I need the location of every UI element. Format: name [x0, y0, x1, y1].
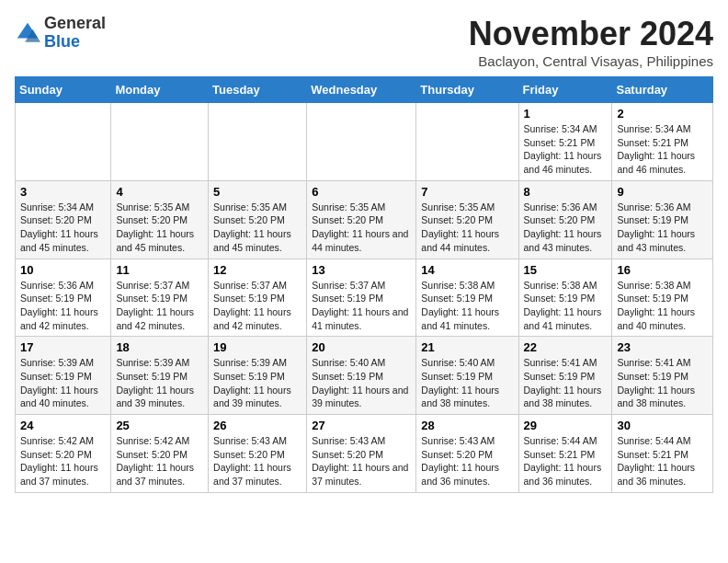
day-info: Sunrise: 5:39 AM Sunset: 5:19 PM Dayligh… [213, 356, 301, 410]
day-info: Sunrise: 5:34 AM Sunset: 5:21 PM Dayligh… [524, 122, 608, 177]
day-info: Sunrise: 5:35 AM Sunset: 5:20 PM Dayligh… [213, 201, 301, 255]
weekday-header-tuesday: Tuesday [209, 77, 307, 103]
page-header: General Blue November 2024 Baclayon, Cen… [15, 15, 713, 69]
day-info: Sunrise: 5:39 AM Sunset: 5:19 PM Dayligh… [20, 356, 106, 410]
calendar-cell: 14Sunrise: 5:38 AM Sunset: 5:19 PM Dayli… [416, 259, 518, 337]
calendar-cell: 23Sunrise: 5:41 AM Sunset: 5:19 PM Dayli… [612, 337, 713, 415]
day-info: Sunrise: 5:42 AM Sunset: 5:20 PM Dayligh… [116, 434, 203, 488]
day-number: 8 [524, 185, 608, 199]
calendar-cell: 26Sunrise: 5:43 AM Sunset: 5:20 PM Dayli… [209, 415, 307, 493]
day-number: 20 [312, 340, 411, 354]
calendar-week-row: 10Sunrise: 5:36 AM Sunset: 5:19 PM Dayli… [16, 259, 713, 337]
calendar-cell [209, 103, 307, 181]
calendar-cell [16, 103, 111, 181]
calendar-table: SundayMondayTuesdayWednesdayThursdayFrid… [15, 76, 713, 493]
day-number: 17 [20, 340, 106, 354]
day-number: 16 [617, 263, 708, 277]
day-number: 1 [524, 107, 608, 121]
day-number: 6 [312, 185, 411, 199]
day-number: 11 [116, 263, 203, 277]
day-number: 3 [20, 185, 106, 199]
calendar-cell: 18Sunrise: 5:39 AM Sunset: 5:19 PM Dayli… [111, 337, 209, 415]
title-area: November 2024 Baclayon, Central Visayas,… [469, 15, 713, 69]
calendar-cell: 21Sunrise: 5:40 AM Sunset: 5:19 PM Dayli… [416, 337, 518, 415]
day-number: 7 [421, 185, 513, 199]
logo-general-text: General [44, 14, 106, 32]
calendar-cell: 1Sunrise: 5:34 AM Sunset: 5:21 PM Daylig… [518, 103, 612, 181]
day-info: Sunrise: 5:37 AM Sunset: 5:19 PM Dayligh… [213, 279, 301, 333]
day-number: 26 [213, 419, 301, 432]
day-info: Sunrise: 5:35 AM Sunset: 5:20 PM Dayligh… [421, 201, 513, 255]
calendar-cell: 22Sunrise: 5:41 AM Sunset: 5:19 PM Dayli… [518, 337, 612, 415]
day-info: Sunrise: 5:36 AM Sunset: 5:19 PM Dayligh… [20, 279, 106, 333]
logo-blue-text: Blue [44, 32, 80, 51]
calendar-cell: 10Sunrise: 5:36 AM Sunset: 5:19 PM Dayli… [16, 259, 111, 337]
calendar-cell: 5Sunrise: 5:35 AM Sunset: 5:20 PM Daylig… [209, 180, 307, 259]
weekday-header-monday: Monday [111, 77, 209, 103]
weekday-header-saturday: Saturday [612, 77, 713, 103]
weekday-header-friday: Friday [518, 77, 612, 103]
day-info: Sunrise: 5:40 AM Sunset: 5:19 PM Dayligh… [421, 356, 513, 410]
calendar-cell: 29Sunrise: 5:44 AM Sunset: 5:21 PM Dayli… [518, 415, 612, 493]
day-info: Sunrise: 5:37 AM Sunset: 5:19 PM Dayligh… [116, 279, 203, 333]
day-info: Sunrise: 5:44 AM Sunset: 5:21 PM Dayligh… [617, 434, 708, 488]
calendar-cell: 3Sunrise: 5:34 AM Sunset: 5:20 PM Daylig… [16, 180, 111, 259]
weekday-header-sunday: Sunday [16, 77, 111, 103]
calendar-cell: 20Sunrise: 5:40 AM Sunset: 5:19 PM Dayli… [307, 337, 416, 415]
calendar-cell: 25Sunrise: 5:42 AM Sunset: 5:20 PM Dayli… [111, 415, 209, 493]
calendar-cell: 9Sunrise: 5:36 AM Sunset: 5:19 PM Daylig… [612, 180, 713, 259]
day-info: Sunrise: 5:34 AM Sunset: 5:21 PM Dayligh… [617, 122, 708, 177]
day-number: 13 [312, 263, 411, 277]
day-number: 5 [213, 185, 301, 199]
day-info: Sunrise: 5:41 AM Sunset: 5:19 PM Dayligh… [617, 356, 708, 410]
calendar-cell: 11Sunrise: 5:37 AM Sunset: 5:19 PM Dayli… [111, 259, 209, 337]
calendar-cell: 17Sunrise: 5:39 AM Sunset: 5:19 PM Dayli… [16, 337, 111, 415]
calendar-cell: 15Sunrise: 5:38 AM Sunset: 5:19 PM Dayli… [518, 259, 612, 337]
calendar-cell: 13Sunrise: 5:37 AM Sunset: 5:19 PM Dayli… [307, 259, 416, 337]
calendar-cell: 16Sunrise: 5:38 AM Sunset: 5:19 PM Dayli… [612, 259, 713, 337]
calendar-week-row: 17Sunrise: 5:39 AM Sunset: 5:19 PM Dayli… [16, 337, 713, 415]
day-number: 14 [421, 263, 513, 277]
day-number: 30 [617, 419, 708, 432]
day-number: 23 [617, 340, 708, 354]
calendar-cell: 6Sunrise: 5:35 AM Sunset: 5:20 PM Daylig… [307, 180, 416, 259]
calendar-cell: 2Sunrise: 5:34 AM Sunset: 5:21 PM Daylig… [612, 103, 713, 181]
day-number: 19 [213, 340, 301, 354]
day-number: 28 [421, 419, 513, 432]
day-info: Sunrise: 5:38 AM Sunset: 5:19 PM Dayligh… [617, 279, 708, 333]
calendar-week-row: 1Sunrise: 5:34 AM Sunset: 5:21 PM Daylig… [16, 103, 713, 181]
day-info: Sunrise: 5:39 AM Sunset: 5:19 PM Dayligh… [116, 356, 203, 410]
day-number: 24 [20, 419, 106, 432]
day-number: 27 [312, 419, 411, 432]
logo: General Blue [15, 15, 106, 52]
day-info: Sunrise: 5:41 AM Sunset: 5:19 PM Dayligh… [524, 356, 608, 410]
day-info: Sunrise: 5:38 AM Sunset: 5:19 PM Dayligh… [421, 279, 513, 333]
day-info: Sunrise: 5:43 AM Sunset: 5:20 PM Dayligh… [312, 434, 411, 488]
day-number: 21 [421, 340, 513, 354]
weekday-header-wednesday: Wednesday [307, 77, 416, 103]
calendar-cell: 28Sunrise: 5:43 AM Sunset: 5:20 PM Dayli… [416, 415, 518, 493]
day-info: Sunrise: 5:40 AM Sunset: 5:19 PM Dayligh… [312, 356, 411, 410]
day-info: Sunrise: 5:43 AM Sunset: 5:20 PM Dayligh… [213, 434, 301, 488]
calendar-cell: 4Sunrise: 5:35 AM Sunset: 5:20 PM Daylig… [111, 180, 209, 259]
day-number: 15 [524, 263, 608, 277]
day-info: Sunrise: 5:35 AM Sunset: 5:20 PM Dayligh… [116, 201, 203, 255]
day-info: Sunrise: 5:36 AM Sunset: 5:19 PM Dayligh… [617, 201, 708, 255]
calendar-week-row: 24Sunrise: 5:42 AM Sunset: 5:20 PM Dayli… [16, 415, 713, 493]
calendar-cell: 7Sunrise: 5:35 AM Sunset: 5:20 PM Daylig… [416, 180, 518, 259]
day-info: Sunrise: 5:44 AM Sunset: 5:21 PM Dayligh… [524, 434, 608, 488]
calendar-cell: 27Sunrise: 5:43 AM Sunset: 5:20 PM Dayli… [307, 415, 416, 493]
day-number: 22 [524, 340, 608, 354]
day-number: 2 [617, 107, 708, 121]
day-number: 10 [20, 263, 106, 277]
calendar-cell [111, 103, 209, 181]
day-info: Sunrise: 5:37 AM Sunset: 5:19 PM Dayligh… [312, 279, 411, 333]
calendar-cell: 12Sunrise: 5:37 AM Sunset: 5:19 PM Dayli… [209, 259, 307, 337]
calendar-cell: 24Sunrise: 5:42 AM Sunset: 5:20 PM Dayli… [16, 415, 111, 493]
calendar-cell: 19Sunrise: 5:39 AM Sunset: 5:19 PM Dayli… [209, 337, 307, 415]
day-info: Sunrise: 5:36 AM Sunset: 5:20 PM Dayligh… [524, 201, 608, 255]
day-number: 25 [116, 419, 203, 432]
day-number: 12 [213, 263, 301, 277]
calendar-cell [416, 103, 518, 181]
logo-icon [15, 20, 40, 46]
